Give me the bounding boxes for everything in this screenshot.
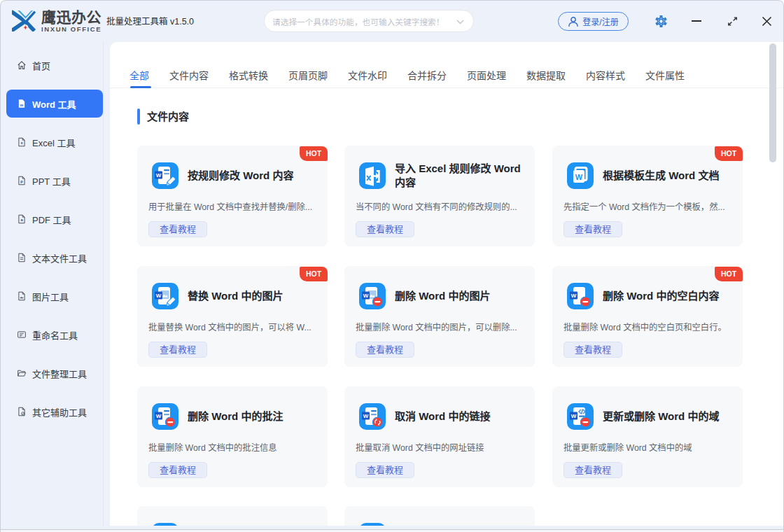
svg-text:W: W — [575, 173, 583, 181]
svg-text:w: w — [20, 102, 24, 107]
svg-text:W: W — [363, 293, 369, 299]
svg-text:p: p — [20, 179, 23, 183]
svg-text:W: W — [156, 293, 162, 299]
svg-text:W: W — [156, 172, 162, 178]
svg-text:a: a — [20, 218, 23, 222]
svg-text:W: W — [571, 413, 577, 419]
svg-text:W: W — [363, 413, 369, 419]
svg-text:x: x — [20, 141, 23, 145]
svg-text:W: W — [156, 413, 162, 419]
svg-text:W: W — [571, 293, 577, 299]
